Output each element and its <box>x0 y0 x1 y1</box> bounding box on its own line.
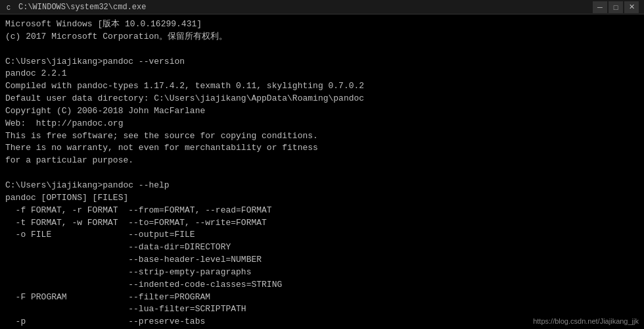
window-controls: ─ □ ✕ <box>593 1 639 13</box>
watermark: https://blog.csdn.net/Jiajikang_jjk <box>533 317 639 325</box>
window-title: C:\WINDOWS\system32\cmd.exe <box>18 3 146 12</box>
terminal-line: There is no warranty, not even for merch… <box>5 142 639 155</box>
terminal-line: for a particular purpose. <box>5 155 639 167</box>
terminal-line: This is free software; see the source fo… <box>5 130 639 143</box>
terminal-line: --data-dir=DIRECTORY <box>5 241 639 254</box>
svg-text:C: C <box>7 5 11 12</box>
terminal-line: Microsoft Windows [版本 10.0.16299.431] <box>5 18 639 31</box>
terminal-line <box>5 43 639 56</box>
close-button[interactable]: ✕ <box>624 1 639 13</box>
title-bar: C C:\WINDOWS\system32\cmd.exe ─ □ ✕ <box>0 0 644 14</box>
maximize-button[interactable]: □ <box>609 1 623 13</box>
terminal-line: pandoc [OPTIONS] [FILES] <box>5 192 639 205</box>
terminal-line: -t FORMAT, -w FORMAT --to=FORMAT, --writ… <box>5 217 639 230</box>
terminal-line: -F PROGRAM --filter=PROGRAM <box>5 291 639 304</box>
terminal-line: -o FILE --output=FILE <box>5 229 639 241</box>
terminal-line: C:\Users\jiajikang>pandoc --help <box>5 180 639 192</box>
terminal-line: --strip-empty-paragraphs <box>5 266 639 279</box>
title-bar-left: C C:\WINDOWS\system32\cmd.exe <box>5 3 146 12</box>
terminal-line: pandoc 2.2.1 <box>5 68 639 80</box>
cmd-icon: C <box>5 3 14 12</box>
terminal-line: Web: http://pandoc.org <box>5 118 639 130</box>
terminal-line: Compiled with pandoc-types 1.17.4.2, tex… <box>5 80 639 93</box>
terminal-line: -f FORMAT, -r FORMAT --from=FORMAT, --re… <box>5 205 639 217</box>
minimize-button[interactable]: ─ <box>593 1 607 13</box>
terminal-line: C:\Users\jiajikang>pandoc --version <box>5 56 639 68</box>
terminal-body: Microsoft Windows [版本 10.0.16299.431](c)… <box>0 14 644 329</box>
terminal-line: --base-header-level=NUMBER <box>5 254 639 266</box>
terminal-line: Default user data directory: C:\Users\ji… <box>5 93 639 105</box>
terminal-line: Copyright (C) 2006-2018 John MacFarlane <box>5 105 639 118</box>
terminal-line: --indented-code-classes=STRING <box>5 279 639 291</box>
terminal-line: --lua-filter=SCRIPTPATH <box>5 303 639 316</box>
terminal-line <box>5 167 639 180</box>
terminal-line: (c) 2017 Microsoft Corporation。保留所有权利。 <box>5 31 639 43</box>
